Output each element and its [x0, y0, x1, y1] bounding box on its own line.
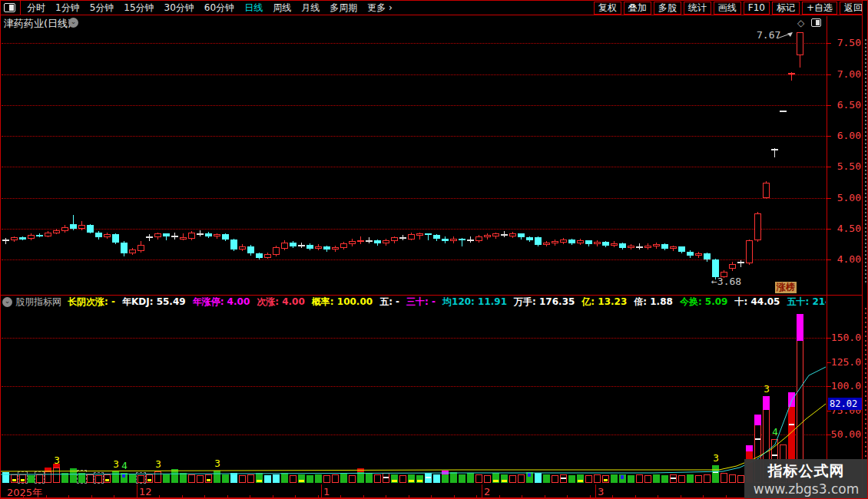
- annotation-arrow-icon: [777, 30, 797, 41]
- tab-分时[interactable]: 分时: [27, 2, 45, 15]
- candle: [611, 243, 618, 246]
- bar-cap-yellow: [299, 480, 304, 482]
- diamond-icon[interactable]: ◇: [797, 18, 804, 28]
- gridline: [2, 229, 827, 230]
- bar-count-label: 3: [711, 453, 721, 464]
- price-axis-label: 4.50: [830, 223, 861, 234]
- tab-周线[interactable]: 周线: [273, 2, 291, 15]
- volume-bar: [298, 474, 305, 483]
- split-pane-icon[interactable]: [811, 18, 821, 27]
- bar-mark-white: [713, 471, 718, 473]
- candle: [526, 237, 533, 240]
- candle: [154, 233, 161, 237]
- bar-cap-magenta: [763, 396, 770, 410]
- volume-bar: [264, 475, 271, 483]
- volume-bar: [112, 471, 119, 483]
- volume-bar: [433, 474, 440, 483]
- volume-bar: [737, 475, 744, 483]
- indicator-item: 年KDJ: 55.49: [122, 296, 186, 308]
- rank-badge[interactable]: 涨榜: [775, 282, 797, 293]
- button-画线[interactable]: 画线: [714, 2, 741, 15]
- volume-bar: [568, 475, 575, 483]
- candle: [19, 237, 26, 240]
- tab-30分钟[interactable]: 30分钟: [164, 2, 194, 15]
- volume-bar: [273, 474, 280, 483]
- candle: [28, 235, 35, 239]
- volume-bar: [661, 475, 668, 483]
- axis-minor-tick: [454, 495, 455, 498]
- tab-多周期[interactable]: 多周期: [330, 2, 357, 15]
- indicator-source[interactable]: ⌄ 股朋指标网: [1, 296, 61, 308]
- tab-月线[interactable]: 月线: [301, 2, 320, 15]
- button-统计[interactable]: 统计: [684, 2, 711, 15]
- bar-cap-red: [357, 468, 364, 472]
- tab-1分钟[interactable]: 1分钟: [55, 2, 80, 15]
- candle: [95, 233, 102, 237]
- button-F10[interactable]: F10: [744, 2, 770, 15]
- candle: [357, 240, 364, 242]
- candle: [256, 253, 263, 258]
- price-axis-label: 7.50: [830, 37, 861, 48]
- volume-bar: [729, 474, 736, 483]
- candle: [518, 233, 525, 237]
- button-叠加[interactable]: 叠加: [624, 2, 651, 15]
- bar-count-label: 3: [154, 459, 163, 470]
- low-price-annotation: ←3.68: [711, 276, 741, 287]
- volume-bar: [695, 475, 702, 483]
- collapsed-side-panel[interactable]: [862, 1, 868, 499]
- bar-mark-white: [561, 478, 566, 479]
- candle: [670, 246, 677, 249]
- volume-bar: [526, 472, 533, 483]
- tab-15分钟[interactable]: 15分钟: [124, 2, 154, 15]
- time-axis[interactable]: 2025年12123: [1, 484, 868, 498]
- time-axis-label: 1: [323, 486, 330, 497]
- button-复权[interactable]: 复权: [594, 2, 621, 15]
- symbol-dropdown-icon[interactable]: ⌄: [68, 18, 78, 28]
- tab-日线[interactable]: 日线: [244, 2, 263, 15]
- app-window: 分时1分钟5分钟15分钟30分钟60分钟日线周线月线多周期更多 › 复权叠加多股…: [0, 0, 868, 499]
- volume-bar: [594, 474, 601, 483]
- button-标记[interactable]: 标记: [772, 2, 800, 15]
- indicator-item: 概率: 100.00: [312, 296, 373, 308]
- candle: [712, 259, 719, 277]
- volume-bar: [509, 475, 516, 483]
- axis-minor-tick: [476, 495, 477, 498]
- candle: [306, 245, 313, 249]
- button-+自选[interactable]: +自选: [802, 2, 837, 15]
- highlight-box: [77, 470, 87, 484]
- tab-60分钟[interactable]: 60分钟: [204, 2, 234, 15]
- gridline: [2, 386, 827, 387]
- indicator-item: 长阴次涨: -: [68, 296, 115, 308]
- bar-cap-blue: [528, 473, 531, 477]
- chevron-down-icon[interactable]: ⌄: [2, 297, 12, 307]
- candle: [737, 262, 744, 263]
- volume-bar: [70, 468, 77, 483]
- candle: [222, 234, 229, 240]
- bar-cap-yellow: [493, 480, 499, 482]
- candle: [754, 213, 761, 240]
- volume-bar: [704, 474, 711, 483]
- candle: [433, 235, 440, 239]
- axis-minor-tick: [46, 495, 47, 498]
- axis-tick: [595, 484, 596, 498]
- button-多股[interactable]: 多股: [654, 2, 681, 15]
- candle: [780, 111, 787, 112]
- candle: [171, 236, 178, 237]
- candle: [247, 246, 254, 253]
- tab-5分钟[interactable]: 5分钟: [90, 2, 114, 15]
- symbol-title: 津药药业(日线): [4, 17, 71, 31]
- candle: [61, 227, 68, 231]
- candle: [704, 253, 711, 259]
- price-axis-label: 6.00: [830, 130, 861, 141]
- axis-minor-tick: [522, 495, 522, 498]
- bar-cap-yellow: [207, 479, 210, 481]
- price-axis-label: 5.50: [830, 160, 861, 172]
- volume-bar: [349, 475, 356, 483]
- candle: [771, 149, 778, 150]
- tab-更多 ›[interactable]: 更多 ›: [367, 2, 393, 15]
- axis-minor-tick: [250, 495, 250, 498]
- volume-bar: [154, 471, 161, 483]
- bar-mark-white: [772, 454, 777, 456]
- candle: [585, 240, 592, 244]
- split-view-icon[interactable]: [4, 3, 15, 12]
